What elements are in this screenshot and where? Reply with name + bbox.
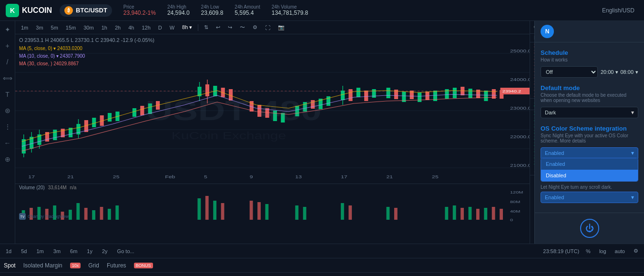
english-selector[interactable]: English/USD <box>598 5 638 16</box>
svg-text:USDT 480: USDT 480 <box>145 95 322 126</box>
ne-dropdown-disabled[interactable]: Disabled <box>541 170 638 181</box>
tf-8h[interactable]: 8h ▾ <box>180 23 194 31</box>
settings-chart-btn[interactable]: ⚙ <box>251 23 259 31</box>
chart-canvas: O 23953.1 H 24065.5 L 23730.1 C 23940.2 … <box>15 34 530 182</box>
tf-3m[interactable]: 3m <box>34 24 45 31</box>
svg-text:25: 25 <box>432 174 439 179</box>
night-eye-popup: N Schedule How it works Off On 20:00 ▾ 0… <box>534 21 644 244</box>
bt-goto[interactable]: Go to... <box>115 247 136 255</box>
bt-settings[interactable]: ⚙ <box>632 247 640 255</box>
bottom-nav: Asset Overview Main Account BTC Balance:… <box>0 272 644 276</box>
toolbar-sep1 <box>198 24 198 31</box>
bt-auto[interactable]: auto <box>613 247 627 255</box>
chart-tools: ✦ + / ⟺ T ⊛ ⋮ ← ⊕ <box>0 21 15 244</box>
logo[interactable]: K KUCOIN <box>6 4 52 17</box>
svg-text:Feb: Feb <box>165 174 175 179</box>
ne-default-mode-select[interactable]: Dark ▾ <box>541 107 638 118</box>
text-tool[interactable]: T <box>3 90 12 99</box>
svg-rect-76 <box>469 89 472 98</box>
measure-tool[interactable]: ⟺ <box>3 73 12 83</box>
redo-btn[interactable]: ↪ <box>226 23 234 31</box>
fibonacci-tool[interactable]: ⋮ <box>3 122 12 132</box>
ne-os-enabled-select[interactable]: Enabled ▾ <box>541 147 638 159</box>
tf-D[interactable]: D <box>156 24 164 31</box>
svg-text:0: 0 <box>510 217 513 222</box>
bt-6m[interactable]: 6m <box>68 247 79 255</box>
zoom-tool[interactable]: ⊕ <box>3 154 12 164</box>
svg-rect-117 <box>484 208 487 220</box>
ne-os-dropdown: Enabled Disabled <box>541 158 638 182</box>
svg-rect-116 <box>476 209 480 220</box>
svg-rect-98 <box>115 205 119 220</box>
bt-3m[interactable]: 3m <box>51 247 62 255</box>
tf-5m[interactable]: 5m <box>49 24 60 31</box>
ne-time-row: 20:00 ▾ 08:00 ▾ <box>601 69 638 75</box>
svg-text:5: 5 <box>204 174 207 179</box>
bt-5d[interactable]: 5d <box>19 247 29 255</box>
ma5-label[interactable]: MA (5, close, 0) ▾ <box>19 46 56 51</box>
logo-text: KUCOIN <box>22 6 52 15</box>
ne-dropdown-enabled[interactable]: Enabled <box>541 158 638 170</box>
crosshair-tool[interactable]: + <box>3 41 12 51</box>
pattern-tool[interactable]: ⊛ <box>3 106 12 115</box>
spot-item-spot[interactable]: Spot <box>4 262 16 269</box>
price-stat-amount: 24h Amount 5,595.4 <box>235 4 260 16</box>
ne-top-bar: N <box>535 21 644 42</box>
bt-log[interactable]: log <box>597 247 608 255</box>
tf-15m[interactable]: 15m <box>64 24 78 31</box>
bt-1y[interactable]: 1y <box>85 247 94 255</box>
bt-2y[interactable]: 2y <box>100 247 110 255</box>
price-stat-high: 24h High 24,594.0 <box>167 4 190 16</box>
svg-text:17: 17 <box>341 174 348 179</box>
fullscreen-btn[interactable]: ⛶ <box>263 24 272 31</box>
ma10-value: 24307.7900 <box>60 53 85 59</box>
ne-schedule-section: Schedule How it works Off On 20:00 ▾ 08:… <box>541 49 638 78</box>
pair-selector[interactable]: ₿ BTC/USDT <box>60 4 112 17</box>
ne-scroll-select[interactable]: Enabled ▾ <box>541 192 638 203</box>
svg-rect-40 <box>140 106 144 115</box>
ne-os-sub: Sync Night Eye with your active OS Color… <box>541 133 638 143</box>
chart-type-btn[interactable]: 〜 <box>238 23 247 32</box>
svg-rect-94 <box>84 208 88 220</box>
tf-1m[interactable]: 1m <box>19 24 30 31</box>
bt-time-utc: 23:58:19 (UTC) <box>543 248 579 254</box>
chart-area: 1m 3m 5m 15m 30m 1h 2h 4h 12h D W 8h ▾ ⇅… <box>15 21 530 244</box>
svg-rect-109 <box>348 205 352 220</box>
tf-30m[interactable]: 30m <box>82 24 95 31</box>
tf-W[interactable]: W <box>168 24 176 31</box>
ma10-label[interactable]: MA (10, close, 0) ▾ <box>19 53 59 59</box>
svg-rect-64 <box>364 91 368 101</box>
volume-indicator-label[interactable]: Volume (20) <box>19 185 45 190</box>
ne-os-chevron: ▾ <box>631 150 634 156</box>
ne-os-section: OS Color Scheme integration Sync Night E… <box>541 125 638 203</box>
ma-info: MA (5, close, 0) ▾ 24033.0200 MA (10, cl… <box>19 45 85 68</box>
tf-12h[interactable]: 12h <box>140 24 152 31</box>
bt-1m[interactable]: 1m <box>35 247 46 255</box>
undo-btn[interactable]: ↩ <box>214 23 222 31</box>
spot-item-grid[interactable]: Grid <box>88 262 99 269</box>
amount-label: 24h Amount <box>235 4 260 10</box>
bottom-toolbar: 1d 5d 1m 3m 6m 1y 2y Go to... 23:58:19 (… <box>0 244 644 258</box>
spot-bar: Spot Isolated Margin 10x Grid Futures BO… <box>0 258 644 272</box>
cursor-tool[interactable]: ✦ <box>3 25 12 34</box>
svg-rect-37 <box>108 113 112 122</box>
tf-2h[interactable]: 2h <box>113 24 123 31</box>
trendline-tool[interactable]: / <box>3 57 12 67</box>
ma30-label[interactable]: MA (30, close, ) <box>19 61 52 66</box>
indicator-btn[interactable]: ⇅ <box>202 23 210 31</box>
screenshot-btn[interactable]: 📷 <box>276 23 286 31</box>
volume-svg: 120M 80M 40M 0 <box>15 184 530 222</box>
bt-percent[interactable]: % <box>584 247 593 255</box>
spot-item-futures[interactable]: Futures <box>107 262 126 269</box>
tf-1h[interactable]: 1h <box>100 24 109 31</box>
bt-1d[interactable]: 1d <box>4 247 13 255</box>
back-arrow[interactable]: ← <box>3 138 12 148</box>
volume-label: 24h Volume <box>272 4 308 10</box>
ne-off-select[interactable]: Off On <box>541 66 598 78</box>
ne-os-enabled-value: Enabled <box>545 150 564 156</box>
ne-power-button[interactable]: ⏻ <box>580 219 599 238</box>
svg-rect-112 <box>445 207 448 220</box>
svg-rect-118 <box>492 207 495 220</box>
tf-4h[interactable]: 4h <box>126 24 136 31</box>
spot-item-isolated[interactable]: Isolated Margin <box>23 262 62 269</box>
